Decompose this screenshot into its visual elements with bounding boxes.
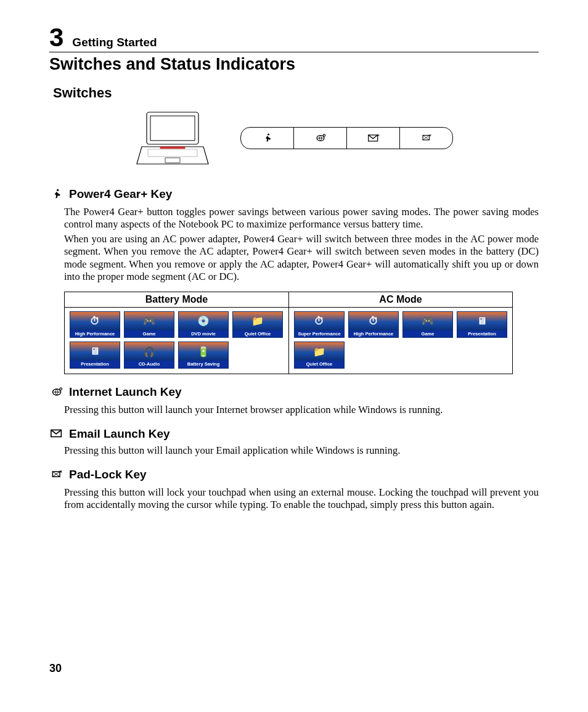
laptop-illustration <box>136 107 210 169</box>
page-title: Switches and Status Indicators <box>49 55 539 74</box>
power4-section: Power4 Gear+ Key The Power4 Gear+ button… <box>49 187 539 374</box>
svg-point-12 <box>60 388 62 390</box>
globe-icon <box>293 128 346 149</box>
internet-title: Internet Launch Key <box>69 385 182 399</box>
section-switches-heading: Switches <box>53 85 539 101</box>
chapter-title: Getting Started <box>72 36 157 49</box>
svg-point-10 <box>57 189 59 191</box>
power4-paragraph-2: When you are using an AC power adapter, … <box>64 233 539 283</box>
mode-icon: 📁Quiet Office <box>232 311 283 338</box>
svg-point-5 <box>267 134 269 136</box>
globe-icon <box>49 386 64 401</box>
running-man-icon <box>49 188 64 203</box>
mode-icon: 🎧CD-Audio <box>124 342 174 369</box>
mode-icon: 🔋Battery Saving <box>178 342 229 369</box>
mode-icon: 📁Quiet Office <box>294 342 345 369</box>
chapter-number: 3 <box>49 25 63 51</box>
internet-section: Internet Launch Key Pressing this button… <box>49 385 539 416</box>
svg-rect-3 <box>165 158 180 163</box>
page-number: 30 <box>49 662 62 675</box>
mode-icon: 🖥Presentation <box>70 342 120 369</box>
padlock-section: Pad-Lock Key Pressing this button will l… <box>49 468 539 511</box>
mode-icon: 💿DVD movie <box>178 311 229 338</box>
svg-rect-2 <box>148 149 197 157</box>
internet-paragraph: Pressing this button will launch your In… <box>64 404 539 416</box>
ac-mode-cell: ⏱Super Performance⏱High Performance🎮Game… <box>288 308 512 374</box>
document-page: 3 Getting Started Switches and Status In… <box>0 0 588 712</box>
mode-table: Battery Mode AC Mode ⏱High Performance🎮G… <box>64 292 513 374</box>
power4-title: Power4 Gear+ Key <box>69 187 172 201</box>
power4-paragraph-1: The Power4 Gear+ button toggles power sa… <box>64 206 539 231</box>
mode-icon: ⏱High Performance <box>70 311 120 338</box>
mail-icon <box>346 128 399 149</box>
email-paragraph: Pressing this button will launch your Em… <box>64 444 539 457</box>
switch-icon-bar <box>240 127 453 149</box>
mode-icon: 🎮Game <box>402 311 453 338</box>
padlock-icon <box>49 469 64 484</box>
divider <box>49 52 539 52</box>
mode-icon: ⏱High Performance <box>348 311 399 338</box>
svg-rect-1 <box>150 116 195 141</box>
mode-table-header-battery: Battery Mode <box>65 292 288 308</box>
padlock-title: Pad-Lock Key <box>69 468 147 481</box>
chapter-heading: 3 Getting Started <box>49 25 539 51</box>
switches-illustration-row <box>136 107 539 169</box>
mail-icon <box>49 428 64 442</box>
battery-mode-cell: ⏱High Performance🎮Game💿DVD movie📁Quiet O… <box>65 308 288 374</box>
mode-icon: 🎮Game <box>124 311 174 338</box>
svg-point-7 <box>323 134 325 136</box>
padlock-icon <box>399 128 452 149</box>
email-section: Email Launch Key Pressing this button wi… <box>49 427 539 457</box>
padlock-paragraph: Pressing this button will lock your touc… <box>64 486 539 511</box>
email-title: Email Launch Key <box>69 427 170 441</box>
svg-rect-4 <box>160 147 185 149</box>
running-man-icon <box>241 128 293 149</box>
mode-icon: 🖥Presentation <box>457 311 507 338</box>
mode-icon: ⏱Super Performance <box>294 311 345 338</box>
mode-table-header-ac: AC Mode <box>288 292 512 308</box>
